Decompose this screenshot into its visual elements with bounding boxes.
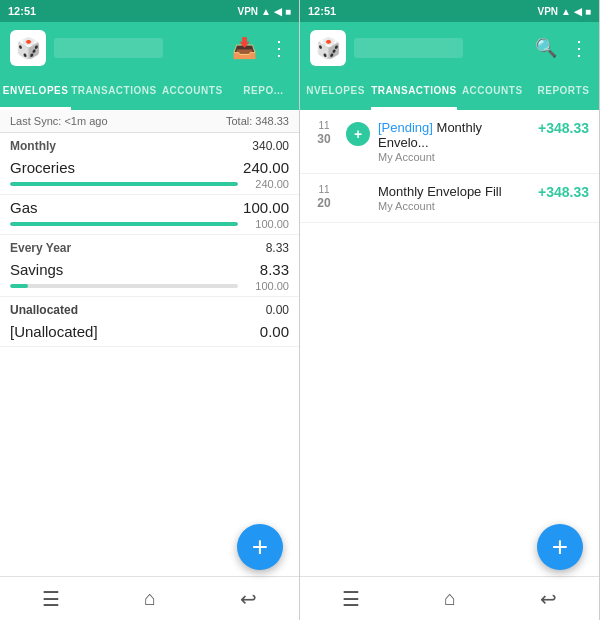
groceries-name: Groceries bbox=[10, 159, 75, 176]
savings-progress-row: 100.00 bbox=[10, 280, 289, 292]
right-content: 11 30 + [Pending] Monthly Envelo... My A… bbox=[300, 110, 599, 576]
transaction-2-details: Monthly Envelope Fill My Account bbox=[378, 184, 530, 212]
gas-name: Gas bbox=[10, 199, 38, 216]
left-header-icons: 📥 ⋮ bbox=[232, 36, 289, 60]
groceries-sub: 240.00 bbox=[244, 178, 289, 190]
savings-item[interactable]: Savings 8.33 100.00 bbox=[0, 257, 299, 297]
left-tab-accounts[interactable]: ACCOUNTS bbox=[157, 74, 228, 110]
unallocated-label: Unallocated bbox=[10, 303, 78, 317]
left-nav-menu-icon[interactable]: ☰ bbox=[42, 587, 60, 611]
right-status-icons: VPN ▲ ◀ ■ bbox=[537, 6, 591, 17]
gas-progress-bar bbox=[10, 222, 238, 226]
gas-progress-row: 100.00 bbox=[10, 218, 289, 230]
monthly-amount: 340.00 bbox=[252, 139, 289, 153]
left-nav-back-icon[interactable]: ↩ bbox=[240, 587, 257, 611]
unallocated-header: Unallocated 0.00 bbox=[0, 297, 299, 319]
groceries-amount: 240.00 bbox=[243, 159, 289, 176]
right-more-icon[interactable]: ⋮ bbox=[569, 36, 589, 60]
gas-amount: 100.00 bbox=[243, 199, 289, 216]
unallocated-row: [Unallocated] 0.00 bbox=[10, 323, 289, 340]
left-tab-envelopes[interactable]: ENVELOPES bbox=[0, 74, 71, 110]
transaction-item-1[interactable]: 11 30 + [Pending] Monthly Envelo... My A… bbox=[300, 110, 599, 174]
left-content: Last Sync: <1m ago Total: 348.33 Monthly… bbox=[0, 110, 299, 576]
right-fab[interactable]: + bbox=[537, 524, 583, 570]
savings-name: Savings bbox=[10, 261, 63, 278]
left-time: 12:51 bbox=[8, 5, 36, 17]
left-nav-tabs: ENVELOPES TRANSACTIONS ACCOUNTS REPO... bbox=[0, 74, 299, 110]
right-phone: 12:51 VPN ▲ ◀ ■ 🎲 🔍 ⋮ NVELOPES TRANSACTI… bbox=[300, 0, 600, 620]
groceries-fill bbox=[10, 182, 238, 186]
right-app-title bbox=[354, 38, 463, 58]
left-more-icon[interactable]: ⋮ bbox=[269, 36, 289, 60]
savings-fill bbox=[10, 284, 28, 288]
unallocated-section-amount: 0.00 bbox=[266, 303, 289, 317]
unallocated-section: Unallocated 0.00 [Unallocated] 0.00 bbox=[0, 297, 299, 347]
left-app-header: 🎲 📥 ⋮ bbox=[0, 22, 299, 74]
every-year-amount: 8.33 bbox=[266, 241, 289, 255]
right-search-icon[interactable]: 🔍 bbox=[535, 37, 557, 59]
unallocated-name: [Unallocated] bbox=[10, 323, 98, 340]
transaction-1-add-icon: + bbox=[346, 122, 370, 146]
sync-text: Last Sync: <1m ago bbox=[10, 115, 108, 127]
left-app-icon: 🎲 bbox=[10, 30, 46, 66]
groceries-row: Groceries 240.00 bbox=[10, 159, 289, 176]
transaction-1-title: [Pending] Monthly Envelo... bbox=[378, 120, 530, 150]
left-nav-home-icon[interactable]: ⌂ bbox=[144, 587, 156, 610]
right-header-left: 🎲 bbox=[310, 30, 463, 66]
transaction-1-amount: +348.33 bbox=[538, 120, 589, 136]
transaction-2-account: My Account bbox=[378, 200, 530, 212]
right-nav-back-icon[interactable]: ↩ bbox=[540, 587, 557, 611]
right-title-area bbox=[354, 38, 463, 58]
groceries-progress-bar bbox=[10, 182, 238, 186]
left-status-icons: VPN ▲ ◀ ■ bbox=[237, 6, 291, 17]
transaction-1-details: [Pending] Monthly Envelo... My Account bbox=[378, 120, 530, 163]
groceries-item[interactable]: Groceries 240.00 240.00 bbox=[0, 155, 299, 195]
gas-row: Gas 100.00 bbox=[10, 199, 289, 216]
left-tab-reports[interactable]: REPO... bbox=[228, 74, 299, 110]
gas-sub: 100.00 bbox=[244, 218, 289, 230]
left-bottom-nav: ☰ ⌂ ↩ bbox=[0, 576, 299, 620]
left-inbox-icon[interactable]: 📥 bbox=[232, 36, 257, 60]
right-tab-envelopes[interactable]: NVELOPES bbox=[300, 74, 371, 110]
sync-bar: Last Sync: <1m ago Total: 348.33 bbox=[0, 110, 299, 133]
savings-amount: 8.33 bbox=[260, 261, 289, 278]
right-status-bar: 12:51 VPN ▲ ◀ ■ bbox=[300, 0, 599, 22]
transaction-item-2[interactable]: 11 20 Monthly Envelope Fill My Account +… bbox=[300, 174, 599, 223]
groceries-progress-row: 240.00 bbox=[10, 178, 289, 190]
transaction-1-account: My Account bbox=[378, 151, 530, 163]
gas-item[interactable]: Gas 100.00 100.00 bbox=[0, 195, 299, 235]
transaction-2-amount: +348.33 bbox=[538, 184, 589, 200]
right-nav-menu-icon[interactable]: ☰ bbox=[342, 587, 360, 611]
transaction-2-date: 11 20 bbox=[310, 184, 338, 210]
left-fab[interactable]: + bbox=[237, 524, 283, 570]
left-title-area bbox=[54, 38, 163, 58]
unallocated-amount: 0.00 bbox=[260, 323, 289, 340]
right-header-icons: 🔍 ⋮ bbox=[535, 36, 589, 60]
gas-fill bbox=[10, 222, 238, 226]
right-tab-reports[interactable]: REPORTS bbox=[528, 74, 599, 110]
monthly-label: Monthly bbox=[10, 139, 56, 153]
left-app-title bbox=[54, 38, 163, 58]
left-tab-transactions[interactable]: TRANSACTIONS bbox=[71, 74, 156, 110]
right-app-icon: 🎲 bbox=[310, 30, 346, 66]
right-time: 12:51 bbox=[308, 5, 336, 17]
monthly-section-header: Monthly 340.00 bbox=[0, 133, 299, 155]
left-phone: 12:51 VPN ▲ ◀ ■ 🎲 📥 ⋮ ENVELOPES TRANSACT… bbox=[0, 0, 300, 620]
right-tab-accounts[interactable]: ACCOUNTS bbox=[457, 74, 528, 110]
transaction-2-title: Monthly Envelope Fill bbox=[378, 184, 530, 199]
savings-row: Savings 8.33 bbox=[10, 261, 289, 278]
savings-sub: 100.00 bbox=[244, 280, 289, 292]
right-app-header: 🎲 🔍 ⋮ bbox=[300, 22, 599, 74]
right-nav-tabs: NVELOPES TRANSACTIONS ACCOUNTS REPORTS bbox=[300, 74, 599, 110]
right-bottom-nav: ☰ ⌂ ↩ bbox=[300, 576, 599, 620]
savings-progress-bar bbox=[10, 284, 238, 288]
total-text: Total: 348.33 bbox=[226, 115, 289, 127]
left-header-left: 🎲 bbox=[10, 30, 163, 66]
right-nav-home-icon[interactable]: ⌂ bbox=[444, 587, 456, 610]
every-year-section-header: Every Year 8.33 bbox=[0, 235, 299, 257]
every-year-label: Every Year bbox=[10, 241, 71, 255]
transaction-1-date: 11 30 bbox=[310, 120, 338, 146]
left-status-bar: 12:51 VPN ▲ ◀ ■ bbox=[0, 0, 299, 22]
unallocated-item[interactable]: [Unallocated] 0.00 bbox=[0, 319, 299, 347]
right-tab-transactions[interactable]: TRANSACTIONS bbox=[371, 74, 456, 110]
